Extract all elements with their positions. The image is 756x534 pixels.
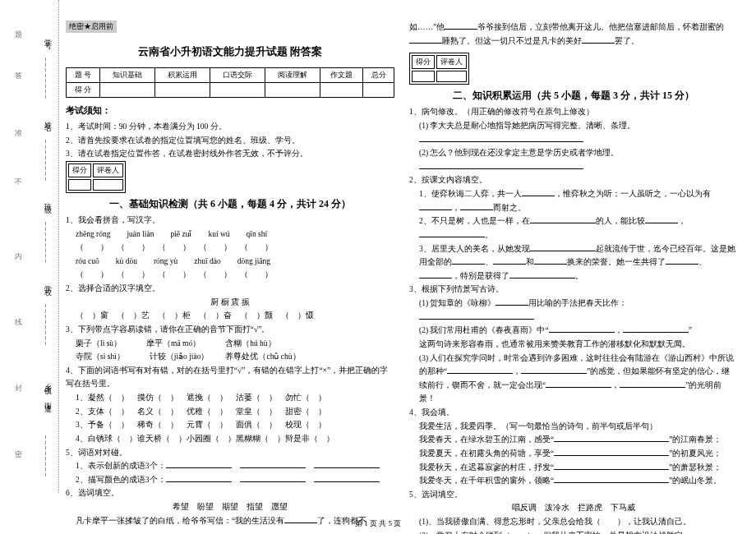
gutter-blank[interactable]: ________ xyxy=(44,58,53,100)
p1-stem: 1、病句修改。（用正确的修改符号在原句上修改） xyxy=(409,105,738,119)
q3-l1[interactable]: 栗子（lì sù） 摩平（mā mó） 含糊（hú hù） xyxy=(66,337,394,351)
p4-l0: 我爱生活，我爱四季。（写一句最恰当的诗句，前半句或后半句） xyxy=(409,420,738,434)
p1-l1[interactable]: (1) 李大夫总是耐心地指导她把病历写得完整、清晰、条理。 xyxy=(409,119,738,133)
p1-blank2[interactable] xyxy=(409,160,738,174)
q6-opts: 希望 盼望 期望 指望 愿望 xyxy=(66,500,394,514)
seal-bar-char: 不 xyxy=(13,173,24,181)
seal-bar-char: 封 xyxy=(13,378,24,386)
score-cell[interactable] xyxy=(265,83,320,98)
pinyin: piě zuǐ xyxy=(170,230,191,238)
q5-l2-text: 2、描写颜色的成语3个： xyxy=(76,476,166,484)
score-cell[interactable] xyxy=(363,83,394,98)
p4-l1[interactable]: 我爱春天，在绿水碧玉的江南，感受“”的江南春景； xyxy=(409,433,738,447)
p1-blank[interactable] xyxy=(409,133,738,147)
q5-l1[interactable]: 1、表示创新的成语3个： xyxy=(66,459,394,473)
seal-bar-char: 线 xyxy=(13,312,24,320)
p4-l4[interactable]: 我爱冬天，在千年积雪的窗外，领略“”的岷山冬景。 xyxy=(409,474,738,488)
seal-bar-char: 密 xyxy=(13,444,24,452)
q4-l2[interactable]: 2、支体（ ） 名义（ ） 优稚（ ） 堂皇（ ） 甜密（ ） xyxy=(66,405,394,419)
right-column: 如……”他爷爷接到信后，立刻带他离开这儿。他把信塞进邮筒后，怀着甜蜜的睡熟了。但… xyxy=(409,21,738,534)
q3-stem: 3、下列带点字容易读错，请你在正确的音节下面打“√”。 xyxy=(66,323,394,337)
score-h4: 阅读理解 xyxy=(265,68,320,83)
score-cell[interactable] xyxy=(100,83,155,98)
pinyin: zhuī dào xyxy=(194,257,220,265)
pinyin: kù dōu xyxy=(116,257,137,265)
q4-l4[interactable]: 4、白锈球（ ）谁天桥（ ）小园圈（ ）黑糊糊（ ）辩是非（ ） xyxy=(66,432,394,446)
score-h6: 总分 xyxy=(363,68,394,83)
sb2-blank[interactable] xyxy=(412,71,435,82)
gutter-field-class: 班级 xyxy=(43,197,53,204)
p3-l2[interactable]: (2) 我们常用杜甫的《春夜喜雨》中“，” xyxy=(409,324,738,338)
p1-l2[interactable]: (2) 怎么？他到现在还没拿定主意是学历史或者学地理。 xyxy=(409,146,738,160)
confidential-seal: 绝密★启用前 xyxy=(66,21,117,33)
p2-l2[interactable]: 2、不只是树，人也是一样，在的人，能比较，。 xyxy=(409,214,738,242)
score-cell[interactable] xyxy=(320,83,363,98)
score-cell[interactable] xyxy=(210,83,265,98)
p5-stem: 5、选词填空。 xyxy=(409,488,738,502)
q1-stem: 1、我会看拼音，写汉字。 xyxy=(66,214,394,228)
exam-body: 绝密★启用前 云南省小升初语文能力提升试题 附答案 题 号 知识基础 积累运用 … xyxy=(66,21,740,534)
gutter-blank[interactable]: ________ xyxy=(44,140,53,182)
pinyin: zhēng róng xyxy=(76,230,110,238)
q2-line[interactable]: （ ）窗 （ ）艺 （ ）柜 （ ）奋 （ ）颤 （ ）慑 xyxy=(66,309,394,323)
notice-head: 考试须知： xyxy=(66,104,394,117)
score-table: 题 号 知识基础 积累运用 口语交际 阅读理解 作文题 总分 得 分 xyxy=(66,67,394,98)
notice-3: 3、请在试卷指定位置作答，在试卷密封线外作答无效，不予评分。 xyxy=(66,147,394,161)
q2-chars: 厨 橱 震 振 xyxy=(66,296,394,310)
pinyin: juàn liàn xyxy=(127,230,154,238)
q3-l2[interactable]: 寺院（sì shì） 计较（jiǎo jiào） 养尊处优（chǔ chù） xyxy=(66,350,394,364)
p2-l1[interactable]: 1、使弈秋诲二人弈，共一人，惟弈秋之为听；一人虽听之，一心以为有，而射之。 xyxy=(409,187,738,214)
score-h5: 作文题 xyxy=(320,68,363,83)
p3-l3: 这两句诗来形容春雨，也通常被用来赞美教育工作的潜移默化和默默无闻。 xyxy=(409,338,738,352)
score-h1: 知识基础 xyxy=(100,68,155,83)
pinyin: dōng jiāng xyxy=(237,257,270,265)
q1-blank-row1[interactable]: （ ） （ ） （ ） （ ） （ ） xyxy=(66,241,394,255)
score-h3: 口语交际 xyxy=(210,68,265,83)
q4-stem: 4、下面的词语书写有对有错，对的在括号里打“√”，有错的在错字上打“×”，并把正… xyxy=(66,364,394,391)
left-column: 绝密★启用前 云南省小升初语文能力提升试题 附答案 题 号 知识基础 积累运用 … xyxy=(66,21,394,534)
gutter-blank[interactable]: ________ xyxy=(44,222,53,265)
gutter-blank[interactable]: ________ xyxy=(44,435,53,478)
seal-bar-char: 答 xyxy=(13,66,24,74)
q1-blank-row2[interactable]: （ ） （ ） （ ） （ ） （ ） xyxy=(66,268,394,282)
notice-1: 1、考试时间：90 分钟，本卷满分为 100 分。 xyxy=(66,120,394,134)
sb-blank[interactable] xyxy=(93,179,123,191)
pinyin: qīn shí xyxy=(247,230,268,238)
p3-stem: 3、根据下列情景写古诗。 xyxy=(409,283,738,297)
gutter-blank[interactable]: ________ xyxy=(44,304,53,347)
sb2-blank[interactable] xyxy=(436,71,467,82)
sb-blank[interactable] xyxy=(68,179,91,191)
p3-l4[interactable]: (3) 人们在探究学问时，时常会遇到许多困难，这时往往会有陆游在《游山西村》中所… xyxy=(409,352,738,407)
sb-c2: 评卷人 xyxy=(93,163,123,177)
binding-gutter: 题 答 准 不 内 线 封 密 学号 ________ 姓名 ________ … xyxy=(10,0,59,493)
q6-body-b[interactable]: 如……”他爷爷接到信后，立刻带他离开这儿。他把信塞进邮筒后，怀着甜蜜的睡熟了。但… xyxy=(409,21,738,48)
p4-l3[interactable]: 我爱秋天，在迟暮寂寥的村庄，抒发“”的萧瑟秋景； xyxy=(409,461,738,475)
gutter-field-town: 乡镇(街道) xyxy=(43,378,53,414)
q1-pinyin-row2: róu cuō kù dōu róng yù zhuī dào dōng jiā… xyxy=(66,255,394,269)
section-score-box: 得分评卷人 xyxy=(66,161,126,193)
exam-title: 云南省小升初语文能力提升试题 附答案 xyxy=(66,44,394,59)
p4-l2[interactable]: 我爱夏天，在初露头角的荷塘，享受“”的初夏风光； xyxy=(409,447,738,461)
q4-l3[interactable]: 3、予备（ ） 稀奇（ ） 元霄（ ） 面俱（ ） 校现（ ） xyxy=(66,418,394,432)
q1-pinyin-row1: zhēng róng juàn liàn piě zuǐ kuí wú qīn … xyxy=(66,228,394,242)
q5-l1-text: 1、表示创新的成语3个： xyxy=(76,462,166,470)
q5-l2[interactable]: 2、描写颜色的成语3个： xyxy=(66,473,394,487)
q4-l1[interactable]: 1、凝然（ ） 摸仿（ ） 遮挽（ ） 沽萎（ ） 勿忙（ ） xyxy=(66,391,394,405)
q2-stem: 2、选择合适的汉字填空。 xyxy=(66,282,394,296)
section-score-box-2: 得分评卷人 xyxy=(409,53,469,85)
page-footer: 第 1 页 共 5 页 xyxy=(0,518,756,529)
gutter-field-school: 学校 xyxy=(43,279,53,286)
p3-l1[interactable]: (1) 贺知章的《咏柳》用比喻的手法把春天比作： xyxy=(409,297,738,324)
seal-bar-char: 题 xyxy=(13,25,24,33)
seal-bar-char: 内 xyxy=(13,246,24,255)
score-h0: 题 号 xyxy=(67,68,100,83)
pinyin: róng yù xyxy=(154,257,177,265)
seal-bar-char: 准 xyxy=(13,123,24,131)
pinyin: kuí wú xyxy=(208,230,229,238)
sb2-c2: 评卷人 xyxy=(436,55,467,69)
score-cell[interactable] xyxy=(155,83,210,98)
p5-l2[interactable]: (2)、学习上有时会碰到（ ），但我从来不害怕，总是想方设法战胜它。 xyxy=(409,529,738,534)
score-row2: 得 分 xyxy=(67,83,100,98)
sb2-c1: 得分 xyxy=(412,55,435,69)
p2-l3[interactable]: 3、居里夫人的美名，从她发现起就流传于世，迄今已经百年。这是她用全部的、和换来的… xyxy=(409,242,738,283)
